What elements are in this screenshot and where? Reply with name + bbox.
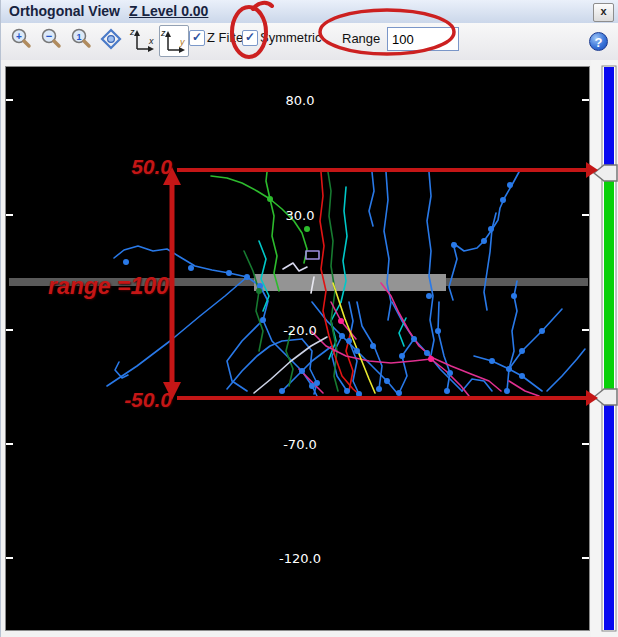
branch-point-dot [539, 328, 545, 334]
neuron-stroke [547, 349, 585, 391]
branch-point-dot [481, 238, 487, 244]
axis-zy-icon: z y [160, 26, 188, 56]
branch-point-dot [396, 390, 402, 396]
branch-point-dot [304, 226, 310, 232]
branch-point-dot [256, 288, 262, 294]
branch-point-dot [267, 196, 273, 202]
branch-point-dot [507, 182, 513, 188]
neuron-stroke [369, 172, 374, 226]
neuron-stroke [507, 369, 509, 391]
neuron-stroke [381, 283, 501, 391]
branch-point-dot [424, 350, 430, 356]
slider-range-segment [604, 405, 614, 630]
branch-point-dot [260, 317, 266, 323]
neuron-stroke [392, 302, 462, 391]
svg-text:1: 1 [76, 32, 81, 42]
z-level-title: Z Level 0.00 [129, 3, 208, 19]
branch-point-dot [399, 353, 405, 359]
branch-point-dot [451, 242, 457, 248]
slider-range-segment [604, 67, 614, 165]
range-input[interactable] [387, 27, 459, 51]
branch-point-dot [426, 293, 432, 299]
branch-point-dot [411, 336, 417, 342]
neuron-stroke [427, 172, 434, 355]
branch-point-dot [519, 348, 525, 354]
branch-point-dot [257, 283, 263, 289]
axis-tick-label: 30.0 [268, 208, 332, 223]
zoom-in-button[interactable]: + [9, 27, 33, 51]
svg-text:y: y [179, 37, 185, 47]
branch-point-dot [376, 386, 382, 392]
branch-point-dot [447, 370, 453, 376]
close-button[interactable]: x [593, 3, 614, 22]
branch-point-dot [506, 366, 512, 372]
neuron-tracing-svg [6, 67, 589, 630]
z-filter-checkbox[interactable]: ✓ [189, 30, 205, 46]
neuron-stroke [306, 251, 319, 259]
branch-point-dot [354, 348, 360, 354]
branch-point-dot [339, 333, 345, 339]
annotation-range-text: range =100 [48, 273, 169, 300]
svg-text:−: − [46, 30, 52, 42]
zoom-actual-icon: 1 [69, 27, 93, 51]
branch-point-dot [123, 259, 129, 265]
axis-zx-button[interactable]: z x [129, 25, 157, 55]
branch-point-dot [488, 226, 494, 232]
svg-text:+: + [16, 31, 22, 42]
axis-tick-label: -20.0 [268, 323, 332, 338]
range-label: Range [342, 31, 380, 46]
branch-point-dot [500, 197, 506, 203]
branch-point-dot [504, 388, 510, 394]
neuron-stroke [509, 369, 542, 391]
z-range-slider[interactable] [591, 60, 618, 637]
neuron-stroke [474, 309, 562, 369]
symmetric-checkbox[interactable]: ✓ [242, 30, 258, 46]
annotation-top-value: 50.0 [100, 155, 172, 179]
branch-point-dot [338, 318, 344, 324]
orthogonal-canvas[interactable]: 50.0 -50.0 range =100 80.030.0-20.0-70.0… [5, 66, 590, 631]
annotation-bottom-value: -50.0 [92, 388, 172, 412]
symmetric-label: Symmetric [260, 30, 321, 45]
title-bar: Orthogonal View Z Level 0.00 x [1, 0, 618, 24]
axis-zy-button[interactable]: z y [159, 25, 189, 57]
zoom-out-icon: − [39, 27, 63, 51]
branch-point-dot [435, 328, 441, 334]
slider-range-segment [604, 181, 614, 389]
branch-point-dot [314, 380, 320, 386]
neuron-stroke [384, 172, 391, 320]
axis-zx-icon: z x [129, 25, 157, 55]
neuron-stroke [266, 172, 270, 199]
branch-point-dot [519, 373, 525, 379]
help-button[interactable]: ? [589, 32, 608, 51]
branch-point-dot [226, 270, 232, 276]
pan-center-button[interactable] [99, 27, 123, 51]
branch-point-dot [444, 388, 450, 394]
compass-icon [99, 27, 123, 51]
svg-text:z: z [129, 27, 135, 37]
window-title: Orthogonal View [9, 3, 120, 19]
branch-point-dot [384, 378, 390, 384]
zoom-in-icon: + [9, 27, 33, 51]
neuron-stroke [283, 263, 307, 271]
axis-tick-label: -120.0 [268, 551, 332, 566]
neuron-stroke [357, 302, 382, 389]
neuron-stroke [399, 339, 414, 393]
slider-handle[interactable] [594, 389, 617, 405]
branch-point-dot [188, 265, 194, 271]
slider-handle[interactable] [594, 165, 617, 181]
branch-point-dot [511, 293, 517, 299]
svg-text:z: z [160, 28, 166, 38]
branch-point-dot [356, 391, 362, 397]
branch-point-dot [279, 388, 285, 394]
branch-point-dot [309, 383, 315, 389]
zoom-out-button[interactable]: − [39, 27, 63, 51]
toolbar: + − 1 [1, 23, 618, 61]
z-level-band-light [254, 274, 446, 291]
axis-tick-label: -70.0 [268, 437, 332, 452]
branch-point-dot [346, 338, 352, 344]
z-range-slider-svg [591, 60, 618, 637]
branch-point-dot [344, 388, 350, 394]
zoom-actual-button[interactable]: 1 [69, 27, 93, 51]
orthogonal-view-window: Orthogonal View Z Level 0.00 x + − 1 [0, 0, 618, 637]
branch-point-dot [244, 274, 250, 280]
